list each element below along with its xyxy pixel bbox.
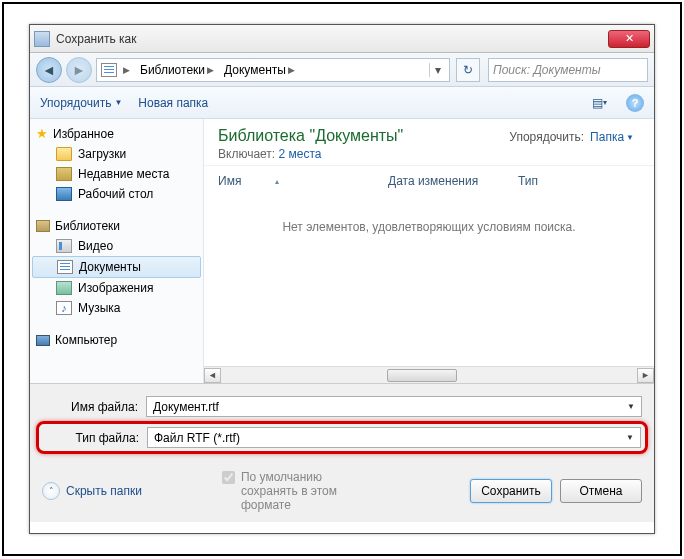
organize-menu[interactable]: Упорядочить▼ (40, 96, 122, 110)
tree-item-documents[interactable]: Документы (32, 256, 201, 278)
close-button[interactable]: ✕ (608, 30, 650, 48)
tree-item-music[interactable]: ♪Музыка (30, 298, 203, 318)
toolbar: Упорядочить▼ Новая папка ▤▾ ? (30, 87, 654, 119)
navigation-tree: ★Избранное Загрузки Недавние места Рабоч… (30, 119, 204, 383)
view-options-button[interactable]: ▤▾ (588, 93, 610, 113)
empty-message: Нет элементов, удовлетворяющих условиям … (204, 192, 654, 366)
window-title: Сохранить как (56, 32, 608, 46)
back-button[interactable]: ◄ (36, 57, 62, 83)
tree-item-videos[interactable]: Видео (30, 236, 203, 256)
navigation-bar: ◄ ► ▶ Библиотеки ▶ Документы ▶ ▾ ↻ Поиск… (30, 53, 654, 87)
tree-item-recent[interactable]: Недавние места (30, 164, 203, 184)
forward-button[interactable]: ► (66, 57, 92, 83)
filetype-select[interactable]: Файл RTF (*.rtf)▼ (147, 427, 641, 448)
tree-computer[interactable]: Компьютер (30, 330, 203, 350)
horizontal-scrollbar[interactable]: ◄ ► (204, 366, 654, 383)
new-folder-button[interactable]: Новая папка (138, 96, 208, 110)
refresh-button[interactable]: ↻ (456, 58, 480, 82)
default-format-checkbox: По умолчанию сохранять в этом формате (142, 470, 470, 512)
scroll-right[interactable]: ► (637, 368, 654, 383)
titlebar: Сохранить как ✕ (30, 25, 654, 53)
arrange-by: Упорядочить: Папка ▼ (509, 130, 634, 144)
col-name: Имя▴ (218, 174, 388, 188)
save-button[interactable]: Сохранить (470, 479, 552, 503)
hide-folders-toggle[interactable]: ˄ Скрыть папки (42, 482, 142, 500)
help-button[interactable]: ? (626, 94, 644, 112)
column-headers[interactable]: Имя▴ Дата изменения Тип (204, 165, 654, 192)
tree-item-downloads[interactable]: Загрузки (30, 144, 203, 164)
address-bar[interactable]: ▶ Библиотеки ▶ Документы ▶ ▾ (96, 58, 450, 82)
search-input[interactable]: Поиск: Документы (488, 58, 648, 82)
filename-input[interactable]: Документ.rtf▼ (146, 396, 642, 417)
scroll-left[interactable]: ◄ (204, 368, 221, 383)
default-format-check (222, 471, 235, 484)
tree-libraries[interactable]: Библиотеки (30, 216, 203, 236)
filename-label: Имя файла: (42, 400, 146, 414)
col-type: Тип (518, 174, 569, 188)
cancel-button[interactable]: Отмена (560, 479, 642, 503)
filetype-label: Тип файла: (43, 431, 147, 445)
location-icon (101, 63, 117, 77)
bottom-panel: Имя файла: Документ.rtf▼ Тип файла: Файл… (30, 383, 654, 522)
arrange-by-menu[interactable]: Папка ▼ (590, 130, 634, 144)
file-list-pane: Библиотека "Документы" Включает: 2 места… (204, 119, 654, 383)
col-date: Дата изменения (388, 174, 518, 188)
breadcrumb[interactable]: Библиотеки ▶ (136, 63, 218, 77)
tree-favorites[interactable]: ★Избранное (30, 123, 203, 144)
scroll-thumb[interactable] (387, 369, 457, 382)
chevron-up-icon: ˄ (42, 482, 60, 500)
locations-link[interactable]: 2 места (279, 147, 322, 161)
tree-item-desktop[interactable]: Рабочий стол (30, 184, 203, 204)
save-as-dialog: Сохранить как ✕ ◄ ► ▶ Библиотеки ▶ Докум… (29, 24, 655, 534)
tree-item-pictures[interactable]: Изображения (30, 278, 203, 298)
app-icon (34, 31, 50, 47)
breadcrumb[interactable]: Документы ▶ (220, 63, 299, 77)
library-subtitle: Включает: 2 места (218, 145, 640, 161)
address-dropdown[interactable]: ▾ (429, 63, 445, 77)
